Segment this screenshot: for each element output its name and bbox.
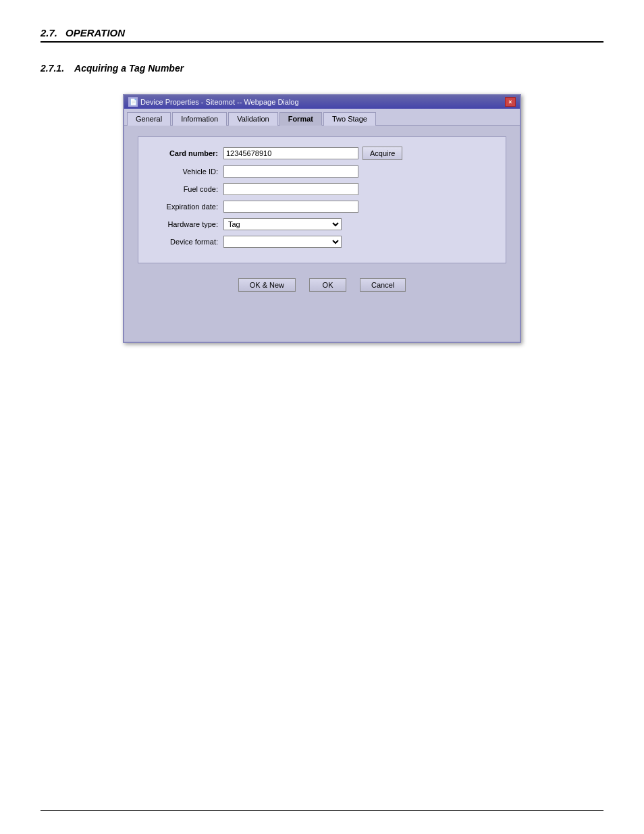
subsection-title: 2.7.1. Acquiring a Tag Number [41,63,603,74]
section-number: 2.7. [41,27,57,38]
tab-validation[interactable]: Validation [228,112,278,126]
expiration-date-label: Expiration date: [149,203,223,211]
device-format-label: Device format: [149,238,223,246]
page-footer [41,810,603,814]
dialog-close-button[interactable]: × [505,97,516,107]
tab-two-stage[interactable]: Two Stage [323,112,376,126]
hardware-type-select[interactable]: Tag [223,218,342,230]
vehicle-id-input[interactable] [223,165,358,178]
vehicle-id-row: Vehicle ID: [149,165,495,178]
dialog-body: Card number: Acquire Vehicle ID: Fuel co [124,126,520,342]
fuel-code-label: Fuel code: [149,185,223,193]
dialog-titlebar: 📄 Device Properties - Siteomot -- Webpag… [124,95,520,109]
card-number-label: Card number: [149,149,223,157]
page: 2.7. OPERATION 2.7.1. Acquiring a Tag Nu… [0,0,644,834]
expiration-date-row: Expiration date: [149,201,495,213]
hardware-type-label: Hardware type: [149,220,223,228]
section-title-text: OPERATION [65,27,125,38]
hardware-type-row: Hardware type: Tag [149,218,495,230]
expiration-date-input[interactable] [223,201,358,213]
tab-format[interactable]: Format [279,112,322,126]
form-section: Card number: Acquire Vehicle ID: Fuel co [138,136,506,263]
dialog-footer: OK & New OK Cancel [138,271,506,301]
ok-button[interactable]: OK [309,278,346,292]
dialog-title: Device Properties - Siteomot -- Webpage … [140,98,299,106]
dialog-titlebar-left: 📄 Device Properties - Siteomot -- Webpag… [128,97,299,107]
subsection-title-text: Acquiring a Tag Number [74,63,184,74]
card-number-row: Card number: Acquire [149,147,495,160]
dialog-icon: 📄 [128,97,138,107]
card-number-field-group: Acquire [223,147,402,160]
dialog: 📄 Device Properties - Siteomot -- Webpag… [123,94,521,343]
subsection-number: 2.7.1. [41,63,64,74]
acquire-button[interactable]: Acquire [363,147,402,160]
fuel-code-input[interactable] [223,183,358,195]
device-format-select[interactable] [223,236,342,248]
device-format-row: Device format: [149,236,495,248]
tab-general[interactable]: General [127,112,171,126]
section-title: 2.7. OPERATION [41,27,603,43]
dialog-tabs: General Information Validation Format Tw… [124,109,520,126]
card-number-input[interactable] [223,147,358,159]
fuel-code-row: Fuel code: [149,183,495,195]
ok-new-button[interactable]: OK & New [238,278,296,292]
vehicle-id-label: Vehicle ID: [149,167,223,176]
cancel-button[interactable]: Cancel [360,278,406,292]
dialog-wrapper: 📄 Device Properties - Siteomot -- Webpag… [41,94,603,343]
tab-information[interactable]: Information [172,112,227,126]
